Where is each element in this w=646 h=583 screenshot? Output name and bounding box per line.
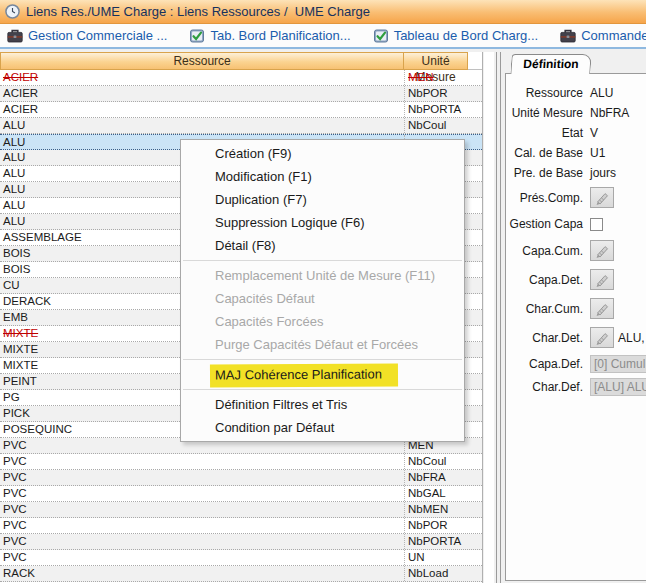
cell-ressource: PVC bbox=[0, 454, 405, 469]
cell-unite-mesure: NbMEN bbox=[405, 502, 482, 517]
cell-unite-mesure: NbCoul bbox=[405, 454, 482, 469]
capa-def-input[interactable]: [0] Cumul bbox=[590, 355, 646, 373]
cell-ressource: PVC bbox=[0, 534, 405, 549]
menu-separator bbox=[183, 260, 462, 261]
tab-definition[interactable]: Définition bbox=[510, 54, 591, 74]
field-label: Pre. de Base bbox=[506, 166, 590, 180]
table-row[interactable]: ACIERNbPORTA bbox=[0, 102, 482, 118]
field-row-unite-mesure: Unité MesureNbFRA bbox=[506, 103, 646, 123]
table-row[interactable]: PVCUN bbox=[0, 550, 482, 566]
menu-separator bbox=[183, 359, 462, 360]
capa-cum-button[interactable] bbox=[590, 240, 614, 261]
menu-item-modification-f1[interactable]: Modification (F1) bbox=[181, 165, 464, 188]
menu-item-maj-coherence-planification[interactable]: MAJ Cohérence Planification bbox=[181, 363, 464, 386]
table-row[interactable]: PVCNbPOR bbox=[0, 518, 482, 534]
briefcase-icon bbox=[560, 29, 576, 43]
field-label: Capa.Def. bbox=[506, 357, 590, 371]
table-row[interactable]: ACIERNbPOR bbox=[0, 86, 482, 102]
char-det-button[interactable] bbox=[590, 327, 614, 348]
toolbar-tab-tableau-de-bord-charg[interactable]: Tableau de Bord Charg... bbox=[373, 28, 539, 43]
cell-ressource: PVC bbox=[0, 470, 405, 485]
table-header: Ressource Unité Mesure bbox=[0, 52, 482, 70]
cell-ressource: PVC bbox=[0, 550, 405, 565]
definition-panel-body: RessourceALUUnité MesureNbFRAEtatVCal. d… bbox=[505, 73, 646, 581]
menu-item-capacites-forcees: Capacités Forcées bbox=[181, 310, 464, 333]
context-menu: Création (F9)Modification (F1)Duplicatio… bbox=[180, 139, 465, 442]
field-row-capa-def: Capa.Def.[0] Cumul bbox=[506, 352, 646, 375]
cell-unite-mesure: NbGAL bbox=[405, 486, 482, 501]
menu-item-suppression-logique-f6[interactable]: Suppression Logique (F6) bbox=[181, 211, 464, 234]
field-value: V bbox=[590, 126, 598, 140]
board-check-icon bbox=[373, 29, 389, 43]
cell-unite-mesure: NbCoul bbox=[405, 118, 482, 133]
field-value: ALU, bbox=[618, 331, 645, 345]
tab-label: Tableau de Bord Charg... bbox=[394, 28, 539, 43]
capa-det-button[interactable] bbox=[590, 269, 614, 290]
menu-item-capacites-defaut: Capacités Défaut bbox=[181, 287, 464, 310]
field-row-char-cum: Char.Cum. bbox=[506, 294, 646, 323]
cell-ressource: ALU bbox=[0, 118, 405, 133]
cell-ressource: ACIER bbox=[0, 102, 405, 117]
menu-item-condition-par-defaut[interactable]: Condition par Défaut bbox=[181, 416, 464, 439]
cell-unite-mesure: NbPOR bbox=[405, 86, 482, 101]
char-cum-button[interactable] bbox=[590, 298, 614, 319]
cell-ressource: ACIER bbox=[0, 70, 405, 85]
field-label: Ressource bbox=[506, 86, 590, 100]
scrollbar-track[interactable] bbox=[484, 52, 494, 583]
pres-comp-button[interactable] bbox=[590, 187, 614, 208]
field-label: Etat bbox=[506, 126, 590, 140]
field-row-capa-det: Capa.Det. bbox=[506, 265, 646, 294]
field-label: Cal. de Base bbox=[506, 146, 590, 160]
yellow-highlight: MAJ Cohérence Planification bbox=[210, 363, 398, 387]
cell-unite-mesure: UN bbox=[405, 550, 482, 565]
tab-strip: Gestion Commerciale ...Tab. Bord Planifi… bbox=[0, 24, 646, 49]
cell-unite-mesure: NbPOR bbox=[405, 518, 482, 533]
cell-ressource: PVC bbox=[0, 502, 405, 517]
column-header-ressource[interactable]: Ressource bbox=[0, 52, 404, 70]
toolbar-tab-commandes[interactable]: Commandes bbox=[560, 28, 646, 43]
field-label: Char.Def. bbox=[506, 380, 590, 394]
table-row[interactable]: PVCNbPORTA bbox=[0, 534, 482, 550]
menu-item-purge-capacites-defaut-et-forcees: Purge Capacités Défaut et Forcées bbox=[181, 333, 464, 356]
edit-pen-icon bbox=[594, 331, 610, 345]
field-row-char-det: Char.Det.ALU, bbox=[506, 323, 646, 352]
menu-item-remplacement-unite-de-mesure-f11: Remplacement Unité de Mesure (F11) bbox=[181, 264, 464, 287]
char-def-input[interactable]: [ALU] ALU bbox=[590, 378, 646, 396]
edit-pen-icon bbox=[594, 302, 610, 316]
table-row[interactable]: PVCNbCoul bbox=[0, 454, 482, 470]
table-row[interactable]: RACKNbLoad bbox=[0, 566, 482, 582]
table-row[interactable]: PVCNbGAL bbox=[0, 486, 482, 502]
table-header-corner bbox=[468, 52, 482, 70]
edit-pen-icon bbox=[594, 191, 610, 205]
panel-splitter[interactable] bbox=[496, 52, 501, 583]
toolbar-tab-tab-bord-planification[interactable]: Tab. Bord Planification... bbox=[189, 28, 350, 43]
menu-item-detail-f8[interactable]: Détail (F8) bbox=[181, 234, 464, 257]
field-label: Prés.Comp. bbox=[506, 191, 590, 205]
field-label: Char.Det. bbox=[506, 331, 590, 345]
gestion-capa-checkbox[interactable] bbox=[590, 218, 603, 231]
table-row[interactable]: ALUNbCoul bbox=[0, 118, 482, 134]
table-row[interactable]: PVCNbMEN bbox=[0, 502, 482, 518]
field-label: Char.Cum. bbox=[506, 302, 590, 316]
field-value: ALU bbox=[590, 86, 613, 100]
menu-item-duplication-f7[interactable]: Duplication (F7) bbox=[181, 188, 464, 211]
field-row-etat: EtatV bbox=[506, 123, 646, 143]
field-label: Capa.Det. bbox=[506, 273, 590, 287]
briefcase-icon bbox=[7, 29, 23, 43]
table-row[interactable]: PVCNbFRA bbox=[0, 470, 482, 486]
menu-item-definition-filtres-et-tris[interactable]: Définition Filtres et Tris bbox=[181, 393, 464, 416]
edit-pen-icon bbox=[594, 273, 610, 287]
menu-item-creation-f9[interactable]: Création (F9) bbox=[181, 142, 464, 165]
field-label: Gestion Capa bbox=[506, 217, 590, 231]
tab-label: Commandes bbox=[581, 28, 646, 43]
table-row[interactable]: ACIERMEN bbox=[0, 70, 482, 86]
cell-ressource: PVC bbox=[0, 518, 405, 533]
definition-panel: Définition RessourceALUUnité MesureNbFRA… bbox=[505, 54, 646, 582]
field-row-pres-comp: Prés.Comp. bbox=[506, 183, 646, 212]
toolbar-tab-gestion-commerciale[interactable]: Gestion Commerciale ... bbox=[7, 28, 167, 43]
field-row-char-def: Char.Def.[ALU] ALU bbox=[506, 375, 646, 398]
field-row-pre-de-base: Pre. de Basejours bbox=[506, 163, 646, 183]
cell-ressource: PVC bbox=[0, 486, 405, 501]
field-value: jours bbox=[590, 166, 616, 180]
column-header-unite-mesure[interactable]: Unité Mesure bbox=[404, 52, 468, 70]
